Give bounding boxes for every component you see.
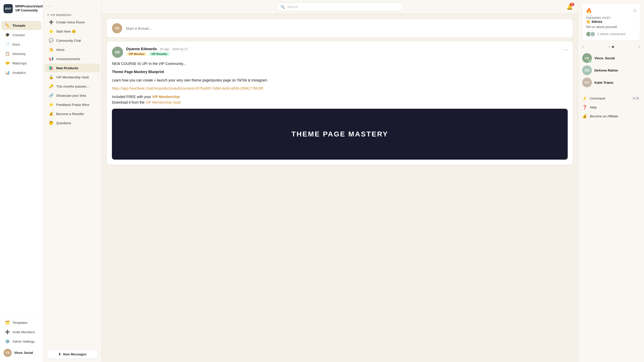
mid-section-title: ▾ VIP Members [43,11,101,18]
directory-icon: 📋 [5,51,10,56]
section-title-label: VIP Members [51,13,71,17]
dot-1 [608,46,610,48]
search-placeholder: Search [287,5,298,9]
member-item-deanne: DR DeAnne Rahim [582,65,640,75]
post-body: NEW COURSE IS UP! In the VIP Community..… [112,61,568,105]
threads-icon: ✏️ [5,23,10,28]
post-image: THEME PAGE MASTERY [112,109,568,160]
mid-item-questions[interactable]: 🤔 Questions [45,119,100,127]
nav-item-directory[interactable]: 📋 Directory [2,49,41,58]
external-link-icon[interactable]: ⬡ [633,9,636,13]
member-name-vince[interactable]: Vince. Social [594,56,615,60]
mid-item-password[interactable]: 🔑 This months passwo... [45,82,100,91]
post-image-text: THEME PAGE MASTERY [291,130,388,138]
post-free-highlight: VIP Membership [152,95,180,99]
action-affiliate[interactable]: 💰 Become an Affiliate [582,112,640,121]
members-section: VS Vince. Social DR DeAnne Rahim KT Kati… [582,53,640,90]
intros-icon: 👋 [49,47,54,52]
mid-label-announcements: Announcements [56,57,80,61]
user-area[interactable]: VS Vince. Social [0,346,43,359]
nav-item-invite[interactable]: ➕ Invite Members [2,327,41,337]
new-messages-down-icon: ⬇ [58,352,61,356]
mid-item-vip-vault[interactable]: 🔒 VIP Membership Vault [45,73,100,81]
main-content: 🔍 Search 🔔 2 VS DE Dyanne Edwards 6d ag [102,0,578,362]
notification-button[interactable]: 🔔 2 [566,4,573,10]
mid-item-announcements[interactable]: 📢 Announcements [45,54,100,63]
mid-item-reseller[interactable]: 💰 Become a Reseller [45,109,100,118]
pagination-controls: ‹ › [582,45,640,49]
action-command[interactable]: ⚡ Command ⌘ K [582,94,640,103]
action-affiliate-label: Become an Affiliate [590,114,618,118]
user-name: Vince. Social [14,351,33,355]
admin-icon: ⚙️ [5,339,10,344]
next-button[interactable]: › [639,45,640,49]
nav-label-docs: Docs [12,43,20,46]
section-chevron[interactable]: ▾ [47,13,49,17]
post-more-icon[interactable]: ··· [563,47,568,52]
nav-item-admin[interactable]: ⚙️ Admin Settings [2,337,41,346]
new-messages-button[interactable]: ⬇ New Messages [46,350,98,359]
nav-label-invite: Invite Members [12,330,35,334]
start-thread-card: VS [107,19,573,37]
post-avatar: DE [112,47,123,58]
middle-sidebar: ··· ▾ VIP Members ➕ Create Voice Room ⭐ … [43,0,102,362]
search-icon: 🔍 [281,5,285,9]
nav-item-threads[interactable]: ✏️ Threads [2,21,41,30]
more-icon[interactable]: ··· [47,4,51,9]
mid-item-start-here[interactable]: ⭐ Start here 😊 [45,27,100,36]
start-here-icon: ⭐ [49,29,54,34]
right-sidebar: 🔥 ⬡ TRENDING POST 👋 Intros Tell us about… [578,0,644,362]
mid-label-start-here: Start here 😊 [56,30,76,33]
mid-item-showcase[interactable]: 🔗 Showcase your links [45,91,100,100]
post-badges: VIP Member VIP Reseller [126,52,560,56]
nav-item-matchups[interactable]: 🤝 Matchups [2,59,41,68]
mid-item-community-chat[interactable]: 💬 Community Chat [45,36,100,45]
nav-item-templates[interactable]: 🗂️ Templates [2,318,41,327]
search-bar[interactable]: 🔍 Search [276,3,403,11]
mid-label-questions: Questions [56,121,71,125]
prev-button[interactable]: ‹ [582,45,583,49]
post-link[interactable]: https://app.heartbeat.chat/mrrproductsva… [112,86,263,90]
mid-item-new-products[interactable]: 🛍️ New Products [45,64,100,72]
analytics-icon: 📊 [5,70,10,75]
trending-post-desc: Tell us about yourself [586,25,636,29]
left-sidebar: MVP MRRProductsVault VIP Community ✏️ Th… [0,0,43,362]
brand-area: MVP MRRProductsVault VIP Community [0,0,43,18]
new-messages-label: New Messages [63,352,87,356]
mid-item-intros[interactable]: 👋 Intros [45,45,100,54]
nav-item-analytics[interactable]: 📊 Analytics [2,68,41,77]
trending-post-title[interactable]: 👋 Intros [586,19,636,24]
mid-label-new-products: New Products [56,66,78,70]
mid-item-feedback[interactable]: ⭐ Feedback Praise Wins [45,100,100,109]
member-name-deanne[interactable]: DeAnne Rahim [594,68,618,72]
member-item-katie: KT Katie Triano [582,78,640,87]
post-download-link[interactable]: VIP Membership Vault [145,100,181,104]
nav-item-docs[interactable]: 📄 Docs [2,40,41,49]
member-avatar-katie: KT [582,78,592,87]
brand-name: MRRProductsVault VIP Community [15,5,43,12]
vip-vault-icon: 🔒 [49,75,54,79]
badge-vip-member: VIP Member [126,52,147,56]
start-thread-input[interactable] [126,26,568,31]
post-header: DE Dyanne Edwards 6d ago Seen by 12 VIP … [112,47,568,58]
post-seen: Seen by 12 [172,47,188,51]
member-item-vince: VS Vince. Social [582,53,640,63]
post-meta: Dyanne Edwards 6d ago Seen by 12 VIP Mem… [126,47,560,56]
mid-label-community-chat: Community Chat [56,39,81,43]
post-card: DE Dyanne Edwards 6d ago Seen by 12 VIP … [107,41,573,165]
showcase-icon: 🔗 [49,93,54,98]
post-author: Dyanne Edwards [126,47,157,51]
password-icon: 🔑 [49,84,54,89]
member-name-katie[interactable]: Katie Triano [594,81,613,85]
post-time: 6d ago [160,47,169,51]
action-help[interactable]: ❓ Help [582,103,640,112]
nav-bottom: 🗂️ Templates ➕ Invite Members ⚙️ Admin S… [0,315,43,362]
nav-item-courses[interactable]: 🎓 Courses [2,30,41,39]
mid-item-create-voice[interactable]: ➕ Create Voice Room [45,18,100,26]
comment-avatar-2 [590,31,595,37]
announcements-icon: 📢 [49,57,54,61]
docs-icon: 📄 [5,42,10,47]
templates-icon: 🗂️ [5,320,10,325]
mid-label-password: This months passwo... [56,85,89,88]
command-icon: ⚡ [582,96,587,101]
